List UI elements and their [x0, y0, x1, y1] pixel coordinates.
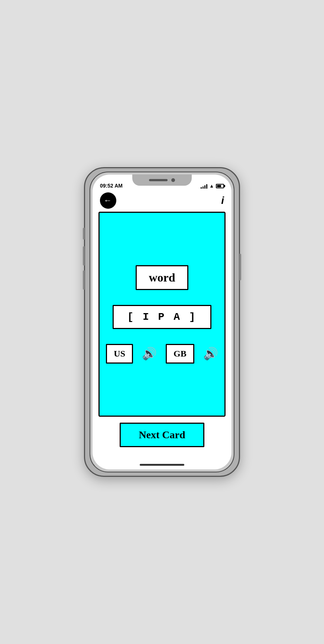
battery-fill — [217, 185, 221, 187]
next-card-label: Next Card — [139, 429, 185, 440]
front-camera — [171, 178, 175, 182]
flashcard: word [ I P A ] US 🔊 GB — [98, 212, 226, 417]
battery-icon — [216, 184, 224, 188]
gb-label: GB — [174, 349, 187, 358]
phone-frame: 09:52 AM ▲ ← — [84, 167, 240, 477]
us-label: US — [114, 349, 125, 358]
home-bar — [140, 464, 184, 466]
ipa-text: [ I P A ] — [127, 311, 197, 323]
pronunciation-row: US 🔊 GB 🔊 — [106, 344, 218, 364]
volume-down-button — [83, 270, 85, 290]
word-box: word — [136, 265, 188, 290]
info-button[interactable]: i — [221, 195, 224, 206]
next-card-container: Next Card — [120, 417, 204, 456]
header-nav: ← i — [93, 191, 231, 212]
us-speaker-icon[interactable]: 🔊 — [142, 347, 157, 361]
mute-button — [83, 228, 85, 240]
notch — [132, 175, 192, 186]
word-text: word — [149, 271, 175, 284]
status-icons: ▲ — [201, 183, 224, 189]
main-content: word [ I P A ] US 🔊 GB — [93, 212, 231, 462]
screen: 09:52 AM ▲ ← — [93, 175, 231, 469]
back-button[interactable]: ← — [100, 192, 116, 209]
power-button — [239, 254, 241, 280]
gb-speaker-icon[interactable]: 🔊 — [203, 347, 218, 361]
phone-inner: 09:52 AM ▲ ← — [90, 172, 234, 472]
volume-up-button — [83, 246, 85, 266]
gb-label-box: GB — [166, 344, 194, 364]
back-arrow-icon: ← — [104, 196, 112, 205]
status-time: 09:52 AM — [100, 183, 123, 189]
signal-icon — [201, 183, 207, 189]
next-card-button[interactable]: Next Card — [120, 423, 204, 447]
home-indicator — [93, 462, 231, 469]
ipa-box: [ I P A ] — [113, 305, 211, 329]
wifi-icon: ▲ — [209, 183, 214, 189]
speaker-grill — [149, 179, 168, 181]
us-label-box: US — [106, 344, 133, 364]
